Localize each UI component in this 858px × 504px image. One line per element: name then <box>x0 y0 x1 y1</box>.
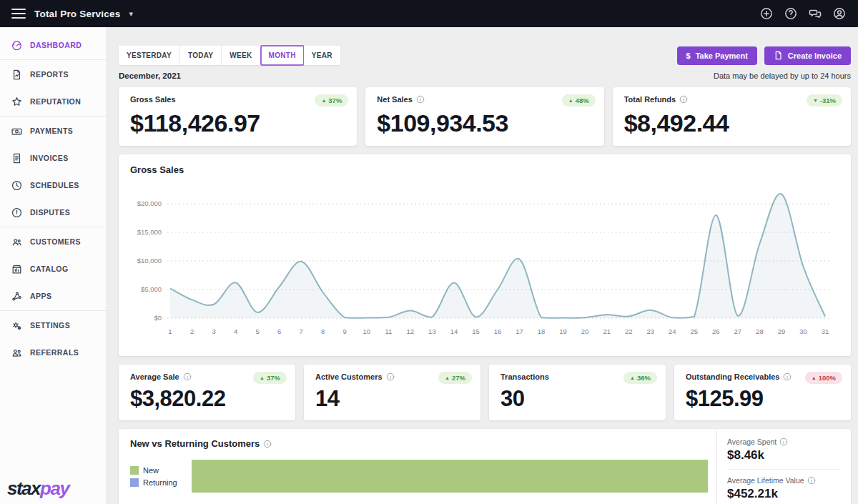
trend-badge-text: 37% <box>267 374 280 382</box>
invoices-icon <box>11 152 23 164</box>
sidebar-item-label: REFERRALS <box>30 348 79 357</box>
sidebar-item-referrals[interactable]: REFERRALS <box>0 339 107 366</box>
sidebar-item-reports[interactable]: REPORTS <box>0 61 107 88</box>
x-axis-tick-label: 30 <box>799 327 807 335</box>
sidebar-nav: DASHBOARDREPORTSREPUTATIONPAYMENTSINVOIC… <box>0 27 107 366</box>
trend-badge-text: 36% <box>637 374 651 382</box>
sidebar-item-label: DASHBOARD <box>30 41 82 49</box>
card-value: $125.99 <box>686 386 839 412</box>
x-axis-tick-label: 19 <box>559 327 567 335</box>
x-axis-tick-label: 5 <box>255 327 259 335</box>
sidebar-item-dashboard[interactable]: DASHBOARD <box>0 31 107 59</box>
tab-week[interactable]: WEEK <box>222 46 260 65</box>
x-axis-tick-label: 26 <box>712 327 720 335</box>
info-icon[interactable] <box>183 372 192 381</box>
chevron-down-icon[interactable]: ▾ <box>129 9 133 19</box>
help-icon[interactable] <box>784 6 798 21</box>
schedules-icon <box>11 179 23 192</box>
chat-icon[interactable] <box>808 6 822 21</box>
tab-today[interactable]: TODAY <box>180 46 222 65</box>
card-value: $8,492.44 <box>624 109 839 137</box>
arrow-up-icon: ▲ <box>260 375 265 380</box>
take-payment-button[interactable]: $Take Payment <box>677 46 757 65</box>
sidebar-item-label: CATALOG <box>30 265 69 273</box>
sidebar-item-settings[interactable]: SETTINGS <box>0 312 107 339</box>
sidebar-item-customers[interactable]: CUSTOMERS <box>0 228 107 255</box>
sidebar-item-schedules[interactable]: SCHEDULES <box>0 172 107 199</box>
sidebar-item-apps[interactable]: APPS <box>0 282 107 310</box>
x-axis-tick-label: 6 <box>277 327 281 335</box>
trend-badge: ▲48% <box>562 94 596 107</box>
main-content: YESTERDAYTODAYWEEKMONTHYEAR $Take Paymen… <box>107 27 858 504</box>
x-axis-tick-label: 31 <box>822 327 829 335</box>
sidebar-divider <box>0 227 107 227</box>
sidebar-divider <box>0 116 107 117</box>
trend-badge: ▲37% <box>253 372 287 384</box>
sidebar-item-catalog[interactable]: CATALOG <box>0 255 107 282</box>
x-axis-tick-label: 10 <box>363 327 371 335</box>
legend-item-returning: Returning <box>130 478 192 487</box>
stat-cards-row2: Average Sale▲37%$3,820.22Active Customer… <box>119 365 851 420</box>
y-axis-tick-label: $5,000 <box>141 285 162 293</box>
metric-label-text: Average Lifetime Value <box>727 476 804 485</box>
x-axis-tick-label: 20 <box>581 327 589 335</box>
card-label-text: Total Refunds <box>624 95 676 104</box>
info-icon[interactable] <box>263 440 272 448</box>
create-invoice-button[interactable]: Create Invoice <box>764 46 851 65</box>
card-value: $3,820.22 <box>130 386 284 412</box>
y-axis-tick-label: $15,000 <box>137 228 162 236</box>
card-label-text: Active Customers <box>315 372 383 381</box>
tab-month[interactable]: MONTH <box>260 45 305 66</box>
info-icon[interactable] <box>807 476 816 485</box>
x-axis-tick-label: 8 <box>321 327 325 335</box>
info-icon[interactable] <box>416 95 425 104</box>
x-axis-tick-label: 24 <box>669 327 676 335</box>
sidebar-item-disputes[interactable]: DISPUTES <box>0 199 107 226</box>
sidebar-item-label: REPUTATION <box>30 97 81 106</box>
dollar-icon: $ <box>686 51 691 60</box>
info-icon[interactable] <box>679 95 688 104</box>
sidebar-item-label: REPORTS <box>30 70 69 79</box>
tab-yesterday[interactable]: YESTERDAY <box>119 46 180 65</box>
y-axis-tick-label: $20,000 <box>137 199 162 207</box>
trend-badge-text: 27% <box>452 374 465 382</box>
x-axis-tick-label: 25 <box>691 327 699 335</box>
dashboard-icon <box>11 39 23 51</box>
sidebar-item-invoices[interactable]: INVOICES <box>0 144 107 172</box>
card-label-text: Outstanding Receivables <box>686 372 779 381</box>
account-title[interactable]: Total Pro Services <box>34 9 120 19</box>
chart-legend: NewReturning <box>130 466 192 487</box>
x-axis-tick-label: 1 <box>168 327 172 335</box>
x-axis-tick-label: 13 <box>428 327 436 335</box>
info-icon[interactable] <box>779 438 788 446</box>
info-icon[interactable] <box>783 372 792 381</box>
trend-badge: ▼-31% <box>807 94 842 107</box>
x-axis-tick-label: 27 <box>734 327 742 335</box>
gross-sales-card: Gross Sales▲37%$118,426.97 <box>119 87 357 146</box>
x-axis-tick-label: 15 <box>472 327 480 335</box>
sidebar-item-payments[interactable]: PAYMENTS <box>0 117 107 144</box>
y-axis-tick-label: $0 <box>154 314 162 322</box>
x-axis-tick-label: 2 <box>190 327 194 335</box>
apps-icon <box>11 290 23 302</box>
x-axis-tick-label: 18 <box>538 327 546 335</box>
card-label-text: Average Sale <box>130 372 179 381</box>
account-icon[interactable] <box>832 6 847 21</box>
trend-badge-text: -31% <box>820 97 836 104</box>
plus-circle-icon[interactable] <box>759 6 774 21</box>
card-value: 14 <box>315 386 469 412</box>
sidebar-item-reputation[interactable]: REPUTATION <box>0 88 107 115</box>
metric-divider <box>727 469 841 470</box>
x-axis-tick-label: 14 <box>450 327 458 335</box>
new-vs-returning-card: New vs Returning Customers NewReturning … <box>119 429 851 504</box>
subheader-row: December, 2021 Data may be delayed by up… <box>119 71 851 80</box>
total-refunds-card: Total Refunds▼-31%$8,492.44 <box>613 87 851 146</box>
menu-icon[interactable] <box>11 9 26 19</box>
metric-value: $452.21k <box>727 487 841 501</box>
tab-year[interactable]: YEAR <box>304 46 340 65</box>
card-value: 30 <box>500 386 654 412</box>
info-icon[interactable] <box>386 372 395 381</box>
logo-stax: stax <box>7 478 40 499</box>
customer-metrics-panel: Average Spent$8.46kAverage Lifetime Valu… <box>716 429 851 504</box>
trend-badge: ▲36% <box>623 372 657 384</box>
